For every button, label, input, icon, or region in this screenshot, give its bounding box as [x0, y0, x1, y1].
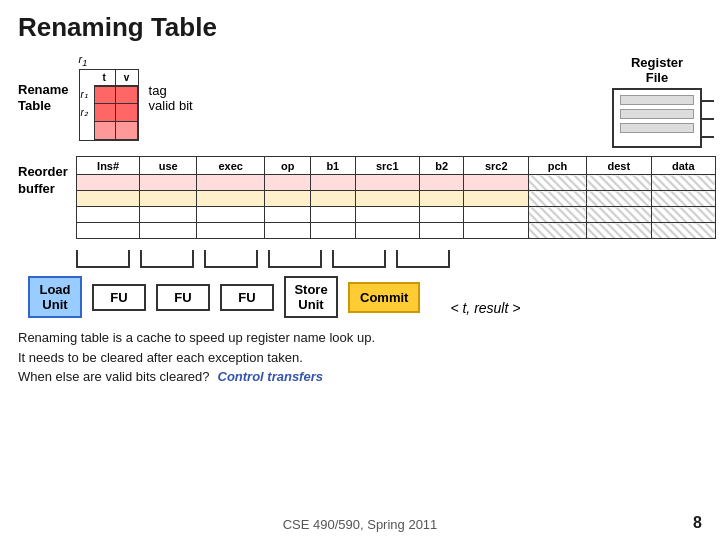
col-ins: Ins#: [77, 157, 140, 175]
commit-unit: Commit: [348, 282, 420, 313]
footer: CSE 490/590, Spring 2011: [0, 517, 720, 532]
col-op: op: [265, 157, 311, 175]
register-file-block: RegisterFile: [612, 55, 702, 148]
col-dest: dest: [587, 157, 651, 175]
rename-table-label2: Table: [18, 98, 69, 113]
result-line: < t, result >: [450, 300, 520, 316]
tag-label: tag: [149, 83, 193, 98]
col-exec: exec: [197, 157, 265, 175]
body-line-3: When else are valid bits cleared?: [18, 367, 210, 387]
reorder-section: Reorderbuffer Ins# use exec op b1 src1 b…: [18, 156, 702, 244]
footer-text: CSE 490/590, Spring 2011: [283, 517, 438, 532]
rename-table-block: Rename Table r1: [18, 53, 193, 141]
col-b1: b1: [311, 157, 355, 175]
arrow-connectors: [76, 250, 702, 268]
page-number: 8: [693, 514, 702, 532]
fu2: FU: [156, 284, 210, 311]
col-pch: pch: [528, 157, 586, 175]
top-section: Rename Table r1: [18, 53, 702, 148]
row-r1: r₁: [80, 86, 94, 104]
row-label-r1: r1: [79, 53, 93, 68]
col-b2: b2: [420, 157, 464, 175]
col-header-t: t: [94, 70, 116, 86]
register-file-label: RegisterFile: [612, 55, 702, 85]
col-src1: src1: [355, 157, 419, 175]
store-unit: Store Unit: [284, 276, 338, 318]
bottom-text: Renaming table is a cache to speed up re…: [18, 328, 702, 387]
rename-table-label: Rename: [18, 82, 69, 97]
col-use: use: [140, 157, 197, 175]
load-unit: Load Unit: [28, 276, 82, 318]
row-r2: r₂: [80, 104, 94, 122]
valid-bit-label: valid bit: [149, 98, 193, 113]
page: Renaming Table Rename Table r1: [0, 0, 720, 540]
col-src2: src2: [464, 157, 528, 175]
page-title: Renaming Table: [18, 12, 702, 43]
table-row: [77, 175, 716, 191]
body-line-2: It needs to be cleared after each except…: [18, 348, 702, 368]
control-transfers: Control transfers: [218, 367, 323, 387]
col-data: data: [651, 157, 716, 175]
table-row: [77, 223, 716, 239]
reorder-buffer-label: Reorderbuffer: [18, 164, 70, 198]
units-row: Load Unit FU FU FU Store Unit Commit < t…: [28, 276, 702, 318]
col-header-v: v: [116, 70, 138, 86]
body-line-3-row: When else are valid bits cleared? Contro…: [18, 367, 702, 387]
rob-table: Ins# use exec op b1 src1 b2 src2 pch des…: [76, 156, 716, 239]
table-row: [77, 191, 716, 207]
fu3: FU: [220, 284, 274, 311]
rob-table-container: Ins# use exec op b1 src1 b2 src2 pch des…: [76, 156, 720, 244]
table-row: [77, 207, 716, 223]
fu1: FU: [92, 284, 146, 311]
body-line-1: Renaming table is a cache to speed up re…: [18, 328, 702, 348]
